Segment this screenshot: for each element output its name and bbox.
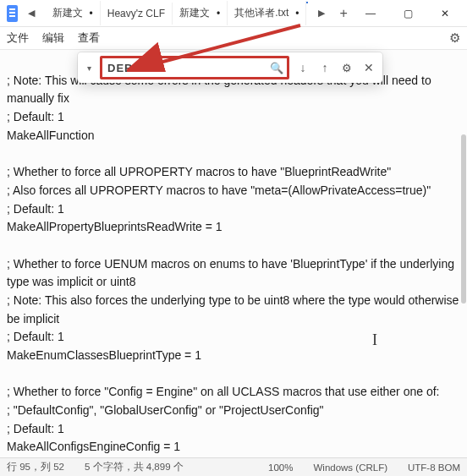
find-bar: ▾ 🔍 ↓ ↑ ⚙ ✕ [78,52,382,83]
line: ; Whether to force all UPROPERTY macros … [7,165,391,178]
new-tab-button[interactable]: + [335,6,352,21]
line: MakeAllPropertyBlueprintsReadWrite = 1 [7,220,223,233]
status-eol[interactable]: Windows (CRLF) [313,462,387,473]
find-next-button[interactable]: ↓ [294,61,311,74]
menu-file[interactable]: 文件 [7,30,29,46]
titlebar: ◀ 新建文 Heavy'z CLF 新建文 其他译者.txt UE4SS ✕ ▶… [0,0,467,27]
line: MakeAllFunction [7,129,95,142]
tab-1[interactable]: Heavy'z CLF [101,3,173,25]
status-cursor-pos[interactable]: 行 95，列 52 [7,461,64,473]
status-zoom[interactable]: 100% [268,462,293,473]
line: ; Default: 1 [7,330,64,343]
tab-3[interactable]: 其他译者.txt [228,1,306,25]
tab-4-active[interactable]: UE4SS ✕ [306,2,307,25]
find-prev-button[interactable]: ↑ [316,61,333,74]
menubar: 文件 编辑 查看 ⚙ [0,27,467,50]
line: ; Default: 1 [7,202,64,216]
minimize-button[interactable]: — [352,0,389,27]
tab-0[interactable]: 新建文 [46,1,101,25]
tab-label: 新建文 [52,6,83,20]
find-close-button[interactable]: ✕ [360,61,377,74]
line: MakeAllConfigsEngineConfig = 1 [7,440,180,453]
line: ; Also forces all UPROPERTY macros to ha… [7,183,431,197]
find-input[interactable] [107,62,282,74]
maximize-button[interactable]: ▢ [389,0,426,27]
close-window-button[interactable]: ✕ [426,0,464,27]
tab-label: 新建文 [179,6,210,20]
find-input-wrapper: 🔍 [100,56,289,79]
search-icon[interactable]: 🔍 [270,62,283,74]
line: ; Whether to force UENUM macros on enums… [7,257,458,289]
tab-history-forward[interactable]: ▶ [315,8,328,19]
chevron-down-icon[interactable]: ▾ [83,63,95,73]
find-options-icon[interactable]: ⚙ [338,62,355,74]
line: ; Default: 1 [7,422,64,435]
line: ; Default: 1 [7,110,64,123]
line: ; Note: This also forces the underlying … [7,293,462,326]
line: ; "DefaultConfig", "GlobalUserConfig" or… [7,403,324,417]
window-controls: — ▢ ✕ [352,0,464,27]
vertical-scrollbar[interactable] [461,134,466,304]
tab-label: Heavy'z CLF [107,8,165,19]
menu-view[interactable]: 查看 [78,30,100,46]
menu-edit[interactable]: 编辑 [42,30,64,46]
statusbar: 行 95，列 52 5 个字符，共 4,899 个 100% Windows (… [0,457,467,476]
status-selection[interactable]: 5 个字符，共 4,899 个 [85,461,184,473]
tab-2[interactable]: 新建文 [173,1,228,25]
gear-icon[interactable]: ⚙ [449,30,460,46]
tab-history-back[interactable]: ◀ [25,8,38,19]
editor-content[interactable]: ; Note: This will cause some errors in t… [0,50,467,455]
text-cursor-ibeam: I [372,329,377,353]
line: ; Whether to force "Config = Engine" on … [7,385,440,398]
app-icon [7,5,18,22]
tab-strip: 新建文 Heavy'z CLF 新建文 其他译者.txt UE4SS ✕ [46,1,308,25]
tab-label: 其他译者.txt [234,6,288,20]
status-encoding[interactable]: UTF-8 BOM [408,462,460,473]
line: MakeEnumClassesBlueprintType = 1 [7,348,201,362]
